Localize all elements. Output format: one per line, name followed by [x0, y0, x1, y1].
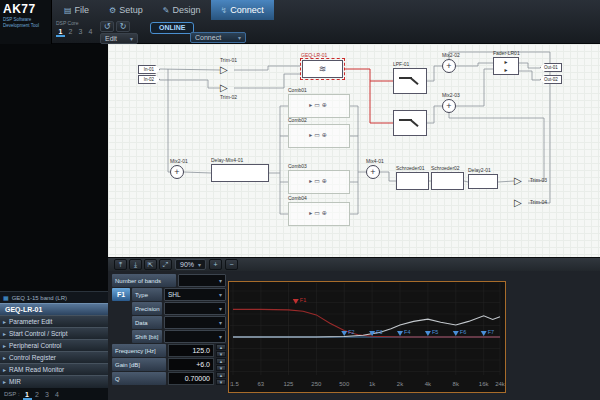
select-value: SHL	[168, 291, 181, 298]
block-label: Delay-Mix4-01	[211, 158, 243, 163]
sidebar: ▦ GEQ 1-15 band (LR) GEQ-LR-01 ▸Paramete…	[0, 44, 108, 400]
sidebar-item-geq-lr-01[interactable]: GEQ-LR-01	[0, 303, 108, 315]
zoom-in-button[interactable]: +	[209, 259, 222, 270]
block-label: GEQ-LR-01	[301, 53, 327, 58]
sidebar-item-control-register[interactable]: ▸Control Register	[0, 351, 108, 363]
spin-up-icon[interactable]: ▴	[216, 372, 226, 378]
band-marker-label: F2	[348, 329, 354, 335]
dsp-core-3[interactable]: 3	[76, 27, 85, 37]
chevron-right-icon: ▸	[3, 366, 6, 373]
sidebar-item-ram-read-monitor[interactable]: ▸RAM Read Monitor	[0, 363, 108, 375]
block-trim-04[interactable]: ▷Trim-04	[514, 197, 528, 209]
block-comb01[interactable]: ▸▭⊕Comb01	[288, 94, 350, 118]
gain-spinner[interactable]: ▴ ▾	[216, 358, 226, 371]
shift-label: Shift [bit]	[132, 330, 162, 343]
redo-button[interactable]: ↻	[116, 21, 130, 32]
sidebar-item-start-control-script[interactable]: ▸Start Control / Script	[0, 327, 108, 339]
block-label: Delay2-01	[468, 168, 491, 173]
canvas-toolbar-icons: ⤒⤓⇱⤢	[114, 259, 172, 270]
number-of-bands-select[interactable]: ▾	[178, 274, 226, 287]
block-comb02[interactable]: ▸▭⊕Comb02	[288, 124, 350, 148]
menu-connect[interactable]: ↯Connect	[211, 0, 274, 20]
spin-up-icon[interactable]: ▴	[216, 358, 226, 364]
x-tick-label: 4k	[425, 381, 432, 387]
scroll-top-icon[interactable]: ⤒	[114, 259, 127, 270]
block-out-01[interactable]: Out-01	[540, 63, 562, 72]
chevron-right-icon: ▸	[3, 354, 6, 361]
frequency-spinner[interactable]: ▴ ▾	[216, 344, 226, 357]
fit-selection-icon[interactable]: ⤢	[159, 259, 172, 270]
sidebar-item-label: RAM Read Monitor	[9, 366, 64, 373]
block-geq-lr-01[interactable]: ≋GEQ-LR-01	[300, 58, 345, 80]
fit-page-icon[interactable]: ⇱	[144, 259, 157, 270]
number-of-bands-label: Number of bands	[112, 274, 176, 287]
block-delay2-01[interactable]: Delay2-01	[468, 174, 498, 189]
zoom-select[interactable]: 90% ▾	[175, 259, 206, 270]
gain-label: Gain [dB]	[112, 358, 166, 371]
spin-down-icon[interactable]: ▾	[216, 379, 226, 385]
block-delay-mix4-01[interactable]: Delay-Mix4-01	[211, 164, 269, 182]
spin-down-icon[interactable]: ▾	[216, 365, 226, 371]
block-out-02[interactable]: Out-02	[540, 75, 562, 84]
block-lpf-01[interactable]: LPF-01	[393, 68, 427, 94]
block-label: Trim-04	[530, 200, 547, 205]
block-comb04[interactable]: ▸▭⊕Comb04	[288, 202, 350, 226]
dsp-core-3[interactable]: 3	[43, 390, 52, 400]
tri-shape-icon: ▷	[220, 64, 234, 76]
band-marker-icon	[397, 331, 403, 336]
precision-select[interactable]: ▾	[164, 302, 226, 315]
edit-dropdown[interactable]: Edit ▾	[100, 33, 138, 44]
block-mix2-03[interactable]: +Mix2-03	[442, 99, 456, 113]
dsp-core-4[interactable]: 4	[53, 390, 62, 400]
block-trim-03[interactable]: ▷Trim-03	[514, 175, 528, 187]
block-mix2-02[interactable]: +Mix2-02	[442, 59, 456, 73]
dsp-core-label: DSP Core	[56, 20, 95, 26]
edit-dropdown-label: Edit	[105, 35, 117, 42]
block-label: Out-01	[541, 64, 561, 72]
q-field[interactable]: 0.70000	[168, 372, 214, 385]
block-mix2-01[interactable]: +Mix2-01	[170, 165, 184, 179]
dsp-core-2[interactable]: 2	[33, 390, 42, 400]
sidebar-item-parameter-edit[interactable]: ▸Parameter Edit	[0, 315, 108, 327]
dsp-core-4[interactable]: 4	[86, 27, 95, 37]
core-tabs: 1234	[56, 27, 95, 37]
dsp-core-1[interactable]: 1	[23, 390, 32, 400]
sidebar-item-label: MIR	[9, 378, 21, 385]
sidebar-item-peripheral-control[interactable]: ▸Peripheral Control	[0, 339, 108, 351]
block-in-01[interactable]: In-01	[138, 65, 160, 74]
eq-response-graph[interactable]: 31.5631252505001k2k4k8k16k24kF1F2F3F4F5F…	[228, 281, 506, 393]
shift-select[interactable]: ▾	[164, 330, 226, 343]
menu-setup[interactable]: ⚙Setup	[99, 0, 153, 20]
block-mix4-01[interactable]: +Mix4-01	[366, 165, 380, 179]
online-button[interactable]: ONLINE	[150, 22, 194, 34]
block-trim-02[interactable]: ▷Trim-02	[220, 82, 234, 94]
zoom-out-button[interactable]: −	[225, 259, 238, 270]
undo-button[interactable]: ↺	[100, 21, 114, 32]
scroll-bottom-icon[interactable]: ⤓	[129, 259, 142, 270]
gain-field[interactable]: +6.0	[168, 358, 214, 371]
schematic-canvas[interactable]: In-01In-02▷Trim-01▷Trim-02≋GEQ-LR-01LPF-…	[108, 44, 600, 257]
block-schroeder02[interactable]: Schroeder02	[431, 172, 464, 190]
menu-file[interactable]: ▤File	[54, 0, 99, 20]
type-select[interactable]: SHL ▾	[164, 288, 226, 301]
sidebar-item-mir[interactable]: ▸MIR	[0, 375, 108, 387]
block-in-02[interactable]: In-02	[138, 75, 160, 84]
dsp-core-1[interactable]: 1	[56, 27, 65, 37]
block-comb03[interactable]: ▸▭⊕Comb03	[288, 170, 350, 194]
block-trim-01[interactable]: ▷Trim-01	[220, 64, 234, 76]
dsp-core-2[interactable]: 2	[66, 27, 75, 37]
lpf-shape-icon	[393, 68, 427, 94]
block-lpf-02[interactable]	[393, 110, 427, 136]
frequency-field[interactable]: 125.0	[168, 344, 214, 357]
connect-dropdown[interactable]: Connect ▾	[190, 32, 246, 43]
spin-up-icon[interactable]: ▴	[216, 344, 226, 350]
spin-down-icon[interactable]: ▾	[216, 351, 226, 357]
menu-design[interactable]: ✎Design	[153, 0, 211, 20]
block-schroeder01[interactable]: Schroeder01	[396, 172, 429, 190]
band-tab-f1[interactable]: F1	[112, 288, 130, 301]
q-spinner[interactable]: ▴ ▾	[216, 372, 226, 385]
block-fader-lr01[interactable]: ▸ ▸Fader-LR01	[493, 57, 519, 75]
data-select[interactable]: ▾	[164, 316, 226, 329]
type-label: Type	[132, 288, 162, 301]
chevron-down-icon: ▾	[219, 291, 222, 298]
